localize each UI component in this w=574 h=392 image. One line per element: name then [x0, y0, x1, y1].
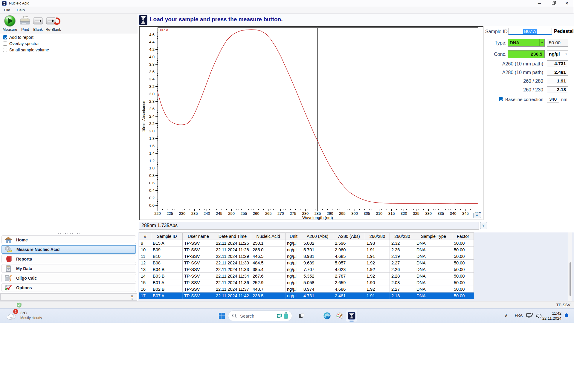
table-row[interactable]: 11B10TP-SSV22.11.2024 11:29446.5ng/µl8.9…: [139, 253, 474, 260]
table-scrollbar[interactable]: [568, 232, 572, 301]
restore-button[interactable]: [546, 0, 560, 7]
notification-bell-icon[interactable]: [564, 313, 569, 320]
table-row[interactable]: 12B08TP-SSV22.11.2024 11:30484.5ng/µl9.6…: [139, 260, 474, 266]
sidebar-item-my-data[interactable]: My Data: [1, 264, 136, 273]
blank-icon: [33, 15, 43, 27]
edge-browser-button[interactable]: [321, 310, 333, 322]
svg-text:290: 290: [327, 211, 333, 216]
svg-text:4.2: 4.2: [149, 47, 155, 52]
table-row[interactable]: 17B07 ATP-SSV22.11.2024 11:42236.5ng/µl4…: [139, 293, 474, 299]
table-row[interactable]: 10B09TP-SSV22.11.2024 11:28285.0ng/µl5.7…: [139, 246, 474, 253]
add-to-report-label: Add to report: [9, 35, 33, 40]
home-icon: [4, 236, 12, 244]
small-sample-volume-checkbox[interactable]: Small sample volume: [3, 47, 49, 53]
sample-id-value: B07 A: [523, 29, 537, 34]
column-header[interactable]: 260/280: [365, 233, 390, 240]
blank-button[interactable]: Blank: [32, 15, 44, 33]
nucleic-acid-app-button[interactable]: [346, 310, 358, 322]
sidebar-item-label: My Data: [16, 266, 32, 271]
volume-icon[interactable]: [536, 313, 542, 320]
ratio-260-280-label: 260 / 280: [523, 79, 543, 84]
tray-expand-icon[interactable]: ∧: [505, 313, 508, 318]
panel-splitter-handle[interactable]: [57, 233, 81, 234]
sidebar-item-options[interactable]: Options: [1, 283, 136, 292]
print-button[interactable]: Print: [19, 15, 32, 33]
ratio-260-280-value: 1.91: [547, 78, 568, 84]
svg-text:235: 235: [191, 211, 198, 216]
menu-help[interactable]: Help: [17, 8, 25, 12]
add-to-report-checkbox[interactable]: Add to report: [3, 34, 49, 40]
sample-id-input[interactable]: B07 A: [508, 28, 552, 35]
type-select[interactable]: DNA ▾: [508, 39, 545, 47]
sidebar-item-reports[interactable]: Reports: [1, 255, 136, 263]
column-header[interactable]: A260 (Abs): [302, 233, 333, 240]
table-row[interactable]: 13B04 BTP-SSV22.11.2024 11:33385.4ng/µl7…: [139, 266, 474, 273]
column-header[interactable]: Factor: [452, 233, 474, 240]
checkbox-icon: [3, 35, 7, 39]
column-header[interactable]: A280 (Abs): [333, 233, 365, 240]
type-dropdown-arrow-icon[interactable]: ▾: [539, 39, 544, 46]
table-row[interactable]: 9B15 ATP-SSV22.11.2024 11:25250.1ng/µl5.…: [139, 240, 474, 246]
sidebar-item-measure-nucleic-acid[interactable]: Measure Nucleic Acid: [1, 245, 136, 254]
column-header[interactable]: 260/230: [390, 233, 415, 240]
column-header[interactable]: Sample Type: [415, 233, 452, 240]
column-header[interactable]: Unit: [286, 233, 302, 240]
measure-button[interactable]: Measure: [2, 15, 18, 33]
toolbar: Measure Print Blank: [0, 14, 138, 33]
table-row[interactable]: 14B03 BTP-SSV22.11.2024 11:34267.6ng/µl5…: [139, 273, 474, 279]
clock[interactable]: 11:42 22.11.2024: [542, 311, 561, 321]
expand-readout-button[interactable]: »: [480, 222, 487, 229]
menu-file[interactable]: File: [4, 8, 10, 12]
baseline-checkbox[interactable]: [499, 97, 503, 101]
notification-badge: 1: [13, 309, 18, 314]
svg-text:3.8: 3.8: [149, 62, 155, 67]
table-row[interactable]: 16B02 BTP-SSV22.11.2024 11:37448.7ng/µl8…: [139, 286, 474, 293]
sidebar-footer[interactable]: »▾: [0, 293, 137, 301]
overlay-spectra-checkbox[interactable]: Overlay spectra: [3, 40, 49, 47]
paint-palette-icon: [336, 312, 344, 320]
baseline-wavelength-field[interactable]: 340: [547, 96, 559, 102]
task-view-button[interactable]: [295, 310, 307, 322]
task-view-icon: [298, 313, 305, 319]
search-box[interactable]: Search: [228, 310, 292, 321]
sidebar-item-oligo-calc[interactable]: Oligo Calc: [1, 274, 136, 282]
sidebar-item-home[interactable]: Home: [1, 235, 136, 244]
svg-text:225: 225: [167, 211, 173, 216]
svg-text:1.6: 1.6: [149, 144, 155, 148]
status-message: Load your sample and press the measure b…: [150, 16, 283, 23]
svg-text:1.4: 1.4: [149, 151, 155, 156]
column-header[interactable]: Date and Time: [214, 233, 251, 240]
language-indicator[interactable]: FRA: [515, 313, 523, 318]
svg-text:0.6: 0.6: [149, 181, 155, 185]
weather-widget[interactable]: 1 3°C Mostly cloudy: [4, 309, 67, 322]
column-header[interactable]: Nucleic Acid: [251, 233, 286, 240]
svg-text:240: 240: [204, 211, 210, 216]
a260-value: 4.731: [547, 60, 568, 67]
start-button[interactable]: [216, 310, 228, 322]
blank-label: Blank: [33, 27, 42, 32]
svg-text:320: 320: [401, 211, 407, 216]
svg-text:3.2: 3.2: [149, 84, 155, 89]
print-label: Print: [21, 27, 29, 32]
spectrum-chart[interactable]: 2202252302352402452502552602652702752802…: [140, 27, 483, 220]
scrollbar-thumb[interactable]: [570, 262, 571, 296]
file-cabinet-icon: [4, 265, 12, 272]
factor-field[interactable]: 50.00: [547, 39, 568, 47]
running-indicator: [349, 321, 354, 321]
table-row[interactable]: 15B01 ATP-SSV22.11.2024 11:36252.9ng/µl5…: [139, 279, 474, 286]
column-header[interactable]: Sample ID: [151, 233, 183, 240]
column-header[interactable]: #: [139, 233, 151, 240]
sidebar-item-label: Home: [16, 238, 28, 242]
paint-app-button[interactable]: [334, 310, 346, 322]
minimize-button[interactable]: ─: [532, 0, 546, 7]
network-icon[interactable]: [526, 313, 533, 320]
instrument-status-icon: [139, 15, 147, 26]
conc-unit-select[interactable]: ng/µl ▾: [547, 50, 568, 58]
collapse-chart-button[interactable]: «: [473, 213, 481, 218]
ratio-260-230-value: 2.18: [547, 86, 568, 93]
collapse-icon: «: [476, 213, 478, 218]
reblank-button[interactable]: Re-Blank: [45, 15, 62, 33]
svg-text:285: 285: [315, 211, 321, 216]
column-header[interactable]: User name: [183, 233, 214, 240]
close-button[interactable]: ×: [560, 0, 574, 7]
